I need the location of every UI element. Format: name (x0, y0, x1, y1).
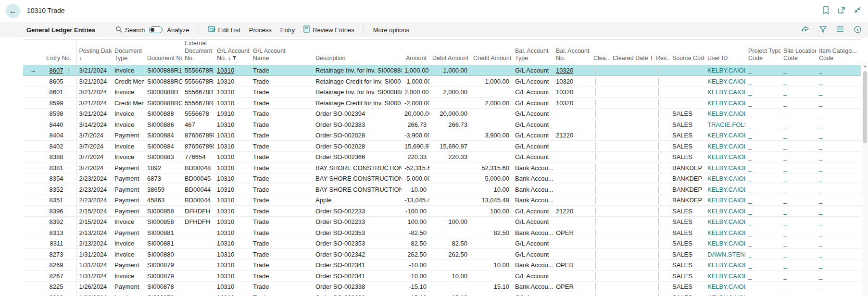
cell-value[interactable]: KELBY.CAIOLA (707, 240, 745, 247)
cell-project-type-code[interactable]: _ (745, 249, 780, 260)
cell-user-id[interactable]: KELBY.CAIOLA (704, 259, 745, 271)
cell-value[interactable]: TRACIE.FOLSCR... (707, 121, 745, 128)
cell-value[interactable]: _ (748, 164, 752, 172)
cell-user-id[interactable]: KELBY.CAIOLA (704, 65, 745, 76)
cell-value[interactable]: KELBY.CAIOLA (707, 208, 745, 215)
reversed-checkbox[interactable] (658, 207, 659, 215)
table-row[interactable]: →8607⋮3/21/2024InvoiceSI000888R15556678R… (23, 65, 861, 76)
cell-site-location-code[interactable]: _ (780, 173, 816, 184)
cell-project-type-code[interactable]: _ (745, 238, 780, 249)
cell-user-id[interactable]: TRACIE.FOLSCR... (704, 119, 745, 130)
reversed-checkbox[interactable] (658, 121, 659, 129)
column-header-credit-amount[interactable]: Credit Amount (470, 40, 512, 65)
cell-site-location-code[interactable]: _ (780, 86, 816, 98)
cell-project-type-code[interactable]: _ (745, 173, 780, 184)
cell-value[interactable]: _ (783, 132, 787, 139)
cell-project-type-code[interactable]: _ (745, 65, 780, 76)
cell-value[interactable]: _ (819, 229, 822, 236)
cell-site-location-code[interactable]: _ (780, 271, 816, 282)
cell-entry-no[interactable]: 8607⋮ (43, 65, 76, 76)
scrollbar-thumb[interactable] (863, 71, 867, 143)
cell-value[interactable]: _ (783, 208, 787, 215)
cell-user-id[interactable]: KELBY.CAIOLA (704, 184, 745, 195)
cell-site-location-code[interactable]: _ (780, 184, 816, 195)
table-row[interactable]: 82231/26/2024InvoiceSI00087810310TradeOr… (23, 292, 861, 296)
cell-site-location-code[interactable]: _ (780, 65, 816, 76)
cell-value[interactable]: _ (748, 251, 752, 258)
cell-site-location-code[interactable]: _ (780, 141, 816, 152)
cell-gl-account-no[interactable]: 10310 (214, 65, 250, 76)
filter-icon[interactable] (819, 26, 827, 33)
cell-value[interactable]: KELBY.CAIOLA (707, 294, 745, 296)
table-row[interactable]: 83962/15/2024PaymentSI000858DFHDFH10310T… (23, 206, 861, 217)
cell-user-id[interactable]: KELBY.CAIOLA (704, 271, 745, 282)
reversed-checkbox[interactable] (658, 196, 659, 204)
cell-value[interactable]: _ (819, 197, 822, 204)
reversed-checkbox[interactable] (658, 153, 659, 161)
cell-value[interactable]: _ (783, 218, 787, 225)
cleared-checkbox[interactable] (595, 153, 596, 161)
reversed-checkbox[interactable] (658, 99, 659, 107)
cell-value[interactable]: _ (819, 251, 822, 258)
cell-value[interactable]: _ (819, 121, 822, 128)
bookmark-icon[interactable] (822, 6, 830, 14)
cell-value[interactable]: KELBY.CAIOLA (707, 143, 745, 150)
reversed-checkbox[interactable] (658, 185, 659, 194)
cell-user-id[interactable]: KELBY.CAIOLA (704, 141, 745, 152)
cell-value[interactable]: _ (783, 229, 787, 236)
cell-site-location-code[interactable]: _ (780, 130, 816, 141)
cell-item-category-code[interactable]: _ (816, 119, 861, 130)
cell-value[interactable]: _ (748, 197, 752, 204)
cell-site-location-code[interactable]: _ (780, 108, 816, 119)
cell-value[interactable]: _ (748, 99, 752, 107)
table-row[interactable]: 82691/31/2024PaymentSI00087910310TradeOr… (23, 259, 861, 271)
cell-value[interactable]: _ (783, 67, 787, 74)
scroll-up-arrow[interactable]: ▲ (862, 62, 868, 70)
cell-value[interactable]: KELBY.CAIOLA (707, 88, 745, 96)
cell-value[interactable]: KELBY.CAIOLA (707, 261, 745, 269)
cell-project-type-code[interactable]: _ (745, 76, 780, 87)
cell-value[interactable]: _ (748, 78, 752, 85)
cell-value[interactable]: 10310 (217, 67, 234, 74)
cell-user-id[interactable]: KELBY.CAIOLA (704, 292, 745, 296)
cell-value[interactable]: _ (748, 208, 752, 215)
cleared-checkbox[interactable] (595, 218, 596, 226)
reversed-checkbox[interactable] (658, 239, 659, 247)
cell-item-category-code[interactable]: _ (816, 292, 861, 296)
table-row[interactable]: 84043/7/2024PaymentSI0008848765678901031… (23, 130, 861, 141)
cell-project-type-code[interactable]: _ (745, 195, 780, 206)
collapse-icon[interactable] (854, 6, 861, 14)
cell-value[interactable]: KELBY.CAIOLA (707, 197, 745, 204)
cleared-checkbox[interactable] (595, 142, 596, 150)
cell-value[interactable]: _ (783, 153, 787, 160)
cell-user-id[interactable]: KELBY.CAIOLA (704, 227, 745, 238)
cell-user-id[interactable]: KELBY.CAIOLA (704, 76, 745, 87)
cleared-checkbox[interactable] (595, 250, 596, 259)
cell-project-type-code[interactable]: _ (745, 259, 780, 271)
table-row[interactable]: 83883/7/2024InvoiceSI00088377665410310Tr… (23, 151, 861, 162)
cell-value[interactable]: _ (819, 261, 822, 269)
column-header-site-location-code[interactable]: Site LocationCode (780, 40, 816, 65)
cell-value[interactable]: _ (819, 175, 822, 182)
cell-user-id[interactable]: KELBY.CAIOLA (704, 206, 745, 217)
column-header-external-document-no[interactable]: ExternalDocumentNo. (182, 40, 214, 65)
more-options-button[interactable]: More options (373, 26, 409, 34)
cell-site-location-code[interactable]: _ (780, 227, 816, 238)
cell-item-category-code[interactable]: _ (816, 98, 861, 109)
cell-user-id[interactable]: KELBY.CAIOLA (704, 195, 745, 206)
reversed-checkbox[interactable] (658, 110, 659, 118)
cell-item-category-code[interactable]: _ (816, 173, 861, 184)
cell-site-location-code[interactable]: _ (780, 292, 816, 296)
cell-site-location-code[interactable]: _ (780, 281, 816, 292)
cell-value[interactable]: _ (783, 121, 787, 128)
column-header-entry-no[interactable]: Entry No. (43, 40, 76, 65)
cleared-checkbox[interactable] (595, 77, 596, 86)
cell-item-category-code[interactable]: _ (816, 271, 861, 282)
cell-value[interactable]: _ (748, 175, 752, 182)
cell-site-location-code[interactable]: _ (780, 238, 816, 249)
cell-project-type-code[interactable]: _ (745, 206, 780, 217)
cleared-checkbox[interactable] (595, 196, 596, 204)
cell-item-category-code[interactable]: _ (816, 184, 861, 195)
cell-value[interactable]: KELBY.CAIOLA (707, 153, 745, 160)
cell-project-type-code[interactable]: _ (745, 119, 780, 130)
